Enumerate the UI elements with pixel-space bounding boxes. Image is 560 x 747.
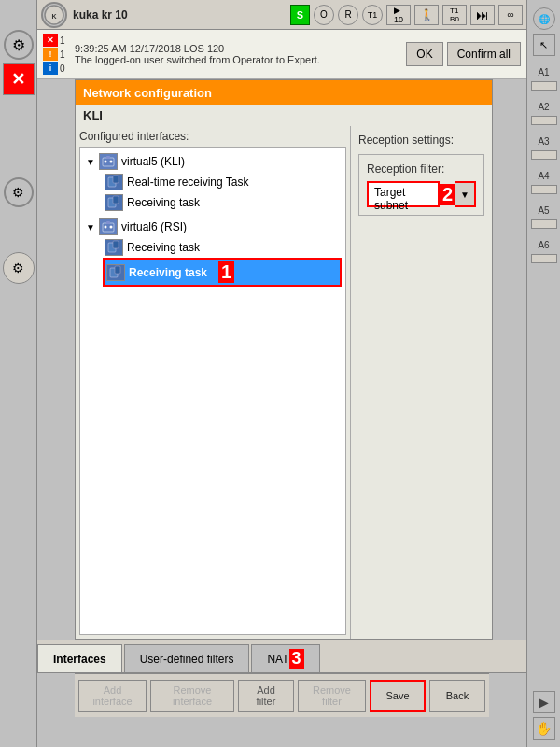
right-panel: Reception settings: Reception filter: Ta…	[351, 126, 492, 639]
app-title: kuka kr 10	[73, 8, 290, 21]
filter-dropdown-row: Target subnet 2 ▼	[367, 181, 476, 207]
add-filter-button[interactable]: Add filter	[238, 680, 294, 712]
receiving-task-v5-node[interactable]: Receiving task	[103, 192, 342, 213]
svg-point-4	[105, 161, 107, 163]
a4-button[interactable]	[531, 185, 557, 194]
confirm-all-button[interactable]: Confirm all	[447, 42, 521, 66]
bottom-bar: Add interface Remove interface Add filte…	[75, 673, 489, 717]
virtual6-label: virtual6 (RSI)	[121, 220, 187, 233]
configured-interfaces-label: Configured interfaces:	[79, 130, 346, 143]
a3-label: A3	[538, 136, 549, 147]
top-controls: S O R T1 ▶10 🚶 T1B0 ⏭ ∞	[290, 5, 523, 25]
task-icon-rt	[105, 174, 123, 190]
back-button[interactable]: Back	[429, 680, 485, 712]
left-sidebar: ⚙ ✕ ⚙ ⚙	[0, 0, 37, 747]
notif-icons: ✕ 1 ! 1 i 0	[43, 34, 69, 75]
close-button[interactable]: ✕	[3, 63, 35, 95]
a4-label: A4	[538, 171, 549, 181]
svg-point-13	[110, 226, 113, 229]
a2-button[interactable]	[531, 116, 557, 125]
tree-area: ▼ virtual5 (KLI)	[79, 147, 346, 635]
gear-icon[interactable]: ⚙	[4, 177, 34, 207]
info-count: 0	[60, 63, 69, 74]
receiving-task-v6b-label: Receiving task	[129, 266, 207, 279]
o-button[interactable]: O	[314, 5, 334, 25]
a5-label: A5	[538, 205, 549, 216]
reception-filter-label: Reception filter:	[367, 162, 476, 176]
s-button[interactable]: S	[290, 5, 310, 25]
robot-icon-v5	[99, 153, 118, 170]
annotation-3: 3	[289, 649, 304, 669]
error-icon: ✕	[43, 34, 58, 47]
receiving-task-v6a-label: Receiving task	[127, 241, 200, 254]
section-title: KLI	[76, 105, 492, 126]
annotation-2: 2	[440, 184, 455, 205]
info-icon: i	[43, 62, 58, 75]
main-body: Configured interfaces: ▼	[76, 126, 492, 639]
virtual6-node[interactable]: ▼ virtual6 (RSI)	[84, 217, 342, 237]
virtual5-node[interactable]: ▼ virtual5 (KLI)	[84, 151, 342, 172]
svg-rect-11	[106, 221, 110, 224]
remove-filter-button[interactable]: Remove filter	[298, 680, 366, 712]
filter-dropdown-button[interactable]: ▼	[455, 181, 476, 207]
receiving-task-v6b-node[interactable]: Receiving task 1	[103, 258, 342, 287]
warning-count: 1	[60, 49, 69, 60]
r-button[interactable]: R	[338, 5, 358, 25]
tab-user-defined-filters[interactable]: User-defined filters	[124, 644, 250, 672]
right-sidebar: 🌐 ↖ A1 A2 A3 A4 A5 A6 ▶ ✋	[526, 0, 560, 747]
walk-indicator: 🚶	[414, 5, 439, 25]
receiving-task-v6a-node[interactable]: Receiving task	[103, 237, 342, 258]
notification-content: 9:39:25 AM 12/17/2018 LOS 120 The logged…	[75, 43, 400, 65]
speed-indicator: T1B0	[442, 5, 467, 25]
warning-icon: !	[43, 48, 58, 61]
tab-interfaces[interactable]: Interfaces	[37, 644, 122, 672]
expand-icon-v5: ▼	[86, 157, 95, 167]
realtime-task-label: Real-time receiving Task	[127, 176, 249, 189]
ok-button[interactable]: OK	[406, 42, 442, 66]
error-count: 1	[60, 35, 69, 46]
expand-icon-v6: ▼	[86, 222, 95, 233]
settings-icon[interactable]: ⚙	[4, 30, 34, 60]
top-bar: K kuka kr 10 S O R T1 ▶10 🚶 T1B0 ⏭ ∞	[37, 0, 526, 30]
save-button[interactable]: Save	[370, 680, 426, 712]
notification-time: 9:39:25 AM 12/17/2018 LOS 120	[75, 43, 400, 54]
svg-point-12	[105, 226, 107, 229]
notification-message: The logged-on user switched from Operato…	[75, 54, 400, 65]
task-icon-v6b	[106, 264, 125, 281]
a1-label: A1	[538, 67, 549, 78]
skip-indicator: ⏭	[470, 5, 495, 25]
receiving-task-v5-label: Receiving task	[127, 196, 200, 209]
t1-button[interactable]: T1	[362, 5, 383, 25]
a6-label: A6	[538, 240, 549, 250]
a6-button[interactable]	[531, 254, 557, 263]
svg-rect-15	[113, 241, 119, 248]
settings2-icon[interactable]: ⚙	[3, 252, 35, 284]
svg-rect-17	[115, 266, 120, 274]
remove-interface-button[interactable]: Remove interface	[150, 680, 234, 712]
svg-rect-7	[113, 176, 119, 183]
filter-value: Target subnet	[367, 181, 440, 207]
play-indicator: ▶10	[386, 5, 411, 25]
globe-icon[interactable]: 🌐	[533, 7, 555, 30]
filter-section: Reception filter: Target subnet 2 ▼	[358, 154, 484, 216]
a5-button[interactable]	[531, 219, 557, 229]
cursor-icon[interactable]: ↖	[533, 34, 555, 56]
svg-rect-9	[113, 196, 119, 204]
add-interface-button[interactable]: Add interface	[78, 680, 147, 712]
realtime-task-node[interactable]: Real-time receiving Task	[103, 172, 342, 192]
tab-nat[interactable]: NAT 3	[251, 644, 319, 672]
play-icon[interactable]: ▶	[533, 691, 555, 713]
svg-point-5	[110, 161, 113, 163]
main-window: Network configuration KLI Configured int…	[75, 79, 493, 640]
window-title: Network configuration	[83, 86, 212, 100]
a3-button[interactable]	[531, 150, 557, 160]
annotation-1: 1	[218, 261, 234, 283]
infinity-indicator: ∞	[498, 5, 523, 25]
task-icon-v6a	[105, 239, 123, 256]
virtual5-label: virtual5 (KLI)	[121, 155, 185, 168]
notification-buttons: OK Confirm all	[406, 42, 521, 66]
hand-icon[interactable]: ✋	[533, 717, 555, 740]
tab-bar: Interfaces User-defined filters NAT 3	[37, 640, 526, 673]
reception-settings-label: Reception settings:	[358, 134, 484, 147]
a1-button[interactable]	[531, 81, 557, 91]
